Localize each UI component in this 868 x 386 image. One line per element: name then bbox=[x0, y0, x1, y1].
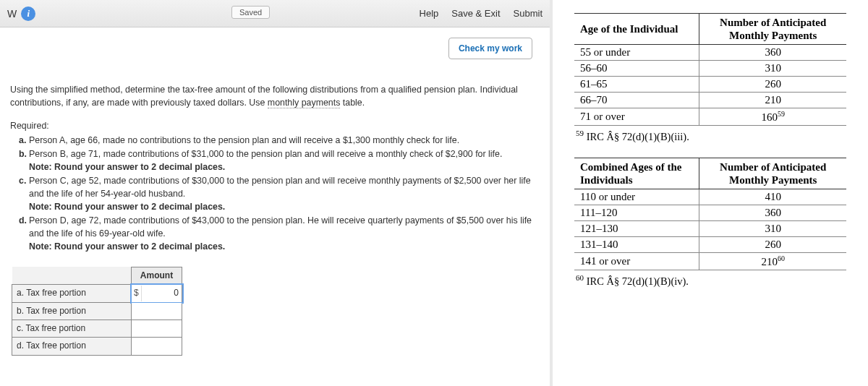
footnote-59: 59 IRC Â§ 72(d)(1)(B)(iii). bbox=[576, 129, 846, 143]
table-row: 111–120360 bbox=[574, 205, 846, 220]
table-row: 71 or over16059 bbox=[574, 108, 846, 126]
saved-badge: Saved bbox=[231, 6, 270, 19]
row-a-label: a. Tax free portion bbox=[12, 285, 132, 302]
footnote-60: 60 IRC Â§ 72(d)(1)(B)(iv). bbox=[576, 273, 846, 288]
monthly-payments-link[interactable]: monthly payments bbox=[268, 98, 341, 108]
required-heading: Required: bbox=[10, 120, 535, 133]
row-b-label: b. Tax free portion bbox=[12, 302, 132, 319]
table-row: 61–65260 bbox=[574, 77, 846, 93]
table-row: 121–130310 bbox=[574, 220, 846, 236]
assignment-panel: W i Saved Help Save & Exit Submit Check … bbox=[0, 0, 550, 386]
row-d-label: d. Tax free portion bbox=[12, 338, 132, 355]
toolbar: W i Saved Help Save & Exit Submit bbox=[0, 0, 550, 27]
table-row: 66–70210 bbox=[574, 93, 846, 108]
table-row: 141 or over21060 bbox=[574, 252, 846, 270]
table-row: 110 or under410 bbox=[574, 189, 846, 205]
row-a-input[interactable]: $ 0 bbox=[132, 285, 182, 302]
submit-link[interactable]: Submit bbox=[514, 8, 542, 19]
combined-ages-table: Combined Ages of the Individuals Number … bbox=[574, 158, 846, 270]
row-c-input[interactable] bbox=[132, 319, 182, 337]
age-individual-table: Age of the Individual Number of Anticipa… bbox=[574, 13, 846, 126]
reference-panel: Age of the Individual Number of Anticipa… bbox=[553, 0, 868, 386]
row-d-input[interactable] bbox=[132, 338, 182, 355]
table-row: 131–140260 bbox=[574, 236, 846, 252]
info-icon[interactable]: i bbox=[21, 7, 35, 21]
row-b-input[interactable] bbox=[132, 302, 182, 319]
requirement-item-a: a. Person A, age 66, made no contributio… bbox=[19, 134, 535, 147]
table-row: 55 or under360 bbox=[574, 45, 846, 61]
answer-table: Amount a. Tax free portion $ 0 b. Tax fr… bbox=[12, 267, 182, 356]
question-content: Using the simplified method, determine t… bbox=[0, 59, 550, 363]
requirement-item-d: d. Person D, age 72, made contributions … bbox=[19, 215, 535, 254]
intro-paragraph: Using the simplified method, determine t… bbox=[10, 84, 535, 110]
check-my-work-button[interactable]: Check my work bbox=[448, 38, 532, 59]
amount-header: Amount bbox=[132, 267, 182, 284]
help-link[interactable]: Help bbox=[420, 8, 439, 19]
requirement-item-c: c. Person C, age 52, made contributions … bbox=[19, 175, 535, 214]
requirement-item-b: b. Person B, age 71, made contributions … bbox=[19, 148, 535, 174]
table-row: 56–60310 bbox=[574, 61, 846, 77]
brand-letter: W bbox=[7, 8, 17, 20]
save-exit-link[interactable]: Save & Exit bbox=[451, 8, 500, 19]
row-c-label: c. Tax free portion bbox=[12, 319, 132, 337]
